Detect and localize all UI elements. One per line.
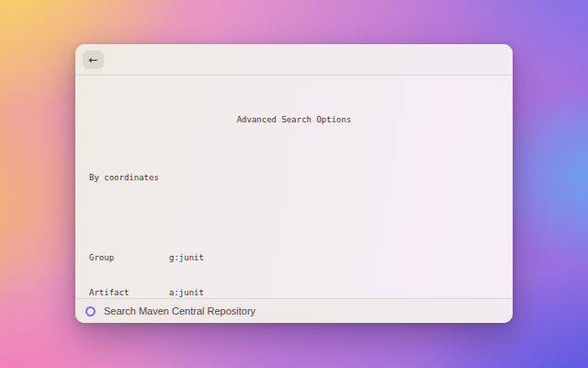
app-window: ← Advanced Search Options By coordinates… <box>75 44 513 323</box>
row-value: a:junit <box>169 287 204 299</box>
table-row: Groupg:junit <box>89 252 499 264</box>
back-button[interactable]: ← <box>83 51 104 69</box>
search-placeholder: Search Maven Central Repository <box>104 305 255 316</box>
desktop-background: { "window": { "back_button_label": "←", … <box>0 0 588 368</box>
table-row: Artifacta:junit <box>89 287 499 299</box>
section-heading-coordinates: By coordinates <box>89 172 499 184</box>
row-label: Artifact <box>89 287 169 299</box>
row-label: Group <box>89 252 169 264</box>
row-value: g:junit <box>169 252 204 264</box>
page-title: Advanced Search Options <box>89 114 499 126</box>
search-input[interactable]: Search Maven Central Repository <box>75 298 513 323</box>
help-content: Advanced Search Options By coordinates G… <box>75 75 513 323</box>
window-titlebar: ← <box>75 44 513 75</box>
spinner-ring-icon <box>85 305 96 317</box>
